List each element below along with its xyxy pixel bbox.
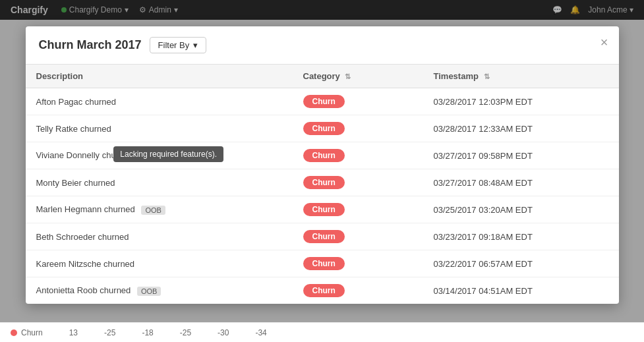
tag-badge: OOB bbox=[137, 287, 161, 296]
chart-val-0: 13 bbox=[69, 328, 78, 337]
table-row: Monty Beier churned Churn03/27/2017 08:4… bbox=[26, 169, 619, 196]
table-row: Telly Ratke churned Lacking required fea… bbox=[26, 115, 619, 142]
modal-table-container: Description Category ⇅ Timestamp ⇅ bbox=[26, 65, 619, 304]
cell-timestamp: 03/14/2017 04:51AM EDT bbox=[423, 277, 619, 304]
cell-description: Monty Beier churned bbox=[26, 169, 293, 196]
chart-val-1: -25 bbox=[104, 328, 115, 337]
table-row: Beth Schroeder churned Churn03/23/2017 0… bbox=[26, 223, 619, 250]
chart-val-3: -25 bbox=[180, 328, 191, 337]
cell-description: Kareem Nitzsche churned bbox=[26, 250, 293, 277]
cell-timestamp: 03/22/2017 06:57AM EDT bbox=[423, 250, 619, 277]
churn-badge: Churn bbox=[303, 203, 345, 216]
table-row: Afton Pagac churned Churn03/28/2017 12:0… bbox=[26, 88, 619, 115]
churn-legend-label: Churn bbox=[21, 328, 43, 337]
table-row: Antonietta Roob churned OOBChurn03/14/20… bbox=[26, 277, 619, 304]
cell-description: Antonietta Roob churned OOB bbox=[26, 277, 293, 304]
table-row: Marlen Hegmann churned OOBChurn03/25/201… bbox=[26, 196, 619, 223]
churn-table: Description Category ⇅ Timestamp ⇅ bbox=[26, 65, 619, 304]
churn-badge: Churn bbox=[303, 149, 345, 162]
tooltip-box: Lacking required feature(s). bbox=[113, 146, 223, 162]
modal-title: Churn March 2017 bbox=[39, 38, 142, 52]
cell-category: Churn bbox=[293, 88, 423, 115]
churn-legend-dot bbox=[11, 329, 17, 336]
cell-category: Churn bbox=[293, 223, 423, 250]
col-timestamp[interactable]: Timestamp ⇅ bbox=[423, 65, 619, 88]
cell-description: Beth Schroeder churned bbox=[26, 223, 293, 250]
chevron-down-icon: ▾ bbox=[193, 40, 198, 50]
chart-val-4: -30 bbox=[218, 328, 229, 337]
churn-badge: Churn bbox=[303, 284, 345, 297]
sort-icon: ⇅ bbox=[484, 72, 490, 81]
col-category[interactable]: Category ⇅ bbox=[293, 65, 423, 88]
cell-category: Churn bbox=[293, 169, 423, 196]
churn-badge: Churn bbox=[303, 257, 345, 270]
cell-description: Afton Pagac churned bbox=[26, 88, 293, 115]
cell-description: Telly Ratke churned Lacking required fea… bbox=[26, 115, 293, 142]
modal-close-button[interactable]: × bbox=[600, 36, 608, 49]
col-description: Description bbox=[26, 65, 293, 88]
cell-timestamp: 03/27/2017 08:48AM EDT bbox=[423, 169, 619, 196]
chart-val-5: -34 bbox=[255, 328, 266, 337]
modal-overlay: Churn March 2017 Filter By ▾ × Descripti… bbox=[0, 0, 644, 342]
churn-badge: Churn bbox=[303, 95, 345, 108]
cell-category: Churn bbox=[293, 250, 423, 277]
cell-description: Marlen Hegmann churned OOB bbox=[26, 196, 293, 223]
cell-timestamp: 03/28/2017 12:03PM EDT bbox=[423, 88, 619, 115]
modal: Churn March 2017 Filter By ▾ × Descripti… bbox=[26, 26, 619, 304]
churn-badge: Churn bbox=[303, 176, 345, 189]
table-header-row: Description Category ⇅ Timestamp ⇅ bbox=[26, 65, 619, 88]
cell-timestamp: 03/28/2017 12:33AM EDT bbox=[423, 115, 619, 142]
chart-val-2: -18 bbox=[142, 328, 153, 337]
filter-by-button[interactable]: Filter By ▾ bbox=[150, 37, 207, 53]
churn-badge: Churn bbox=[303, 122, 345, 135]
cell-category: Churn bbox=[293, 115, 423, 142]
cell-timestamp: 03/25/2017 03:20AM EDT bbox=[423, 196, 619, 223]
cell-timestamp: 03/23/2017 09:18AM EDT bbox=[423, 223, 619, 250]
chart-legend: Churn bbox=[11, 328, 43, 337]
cell-timestamp: 03/27/2017 09:58PM EDT bbox=[423, 142, 619, 169]
cell-category: Churn bbox=[293, 142, 423, 169]
table-row: Kareem Nitzsche churned Churn03/22/2017 … bbox=[26, 250, 619, 277]
cell-category: Churn bbox=[293, 196, 423, 223]
churn-badge: Churn bbox=[303, 230, 345, 243]
sort-icon: ⇅ bbox=[345, 72, 351, 81]
cell-category: Churn bbox=[293, 277, 423, 304]
chart-bar: Churn 13 -25 -18 -25 -30 -34 bbox=[0, 322, 644, 342]
modal-header: Churn March 2017 Filter By ▾ × bbox=[26, 26, 619, 65]
tag-badge: OOB bbox=[141, 206, 165, 215]
